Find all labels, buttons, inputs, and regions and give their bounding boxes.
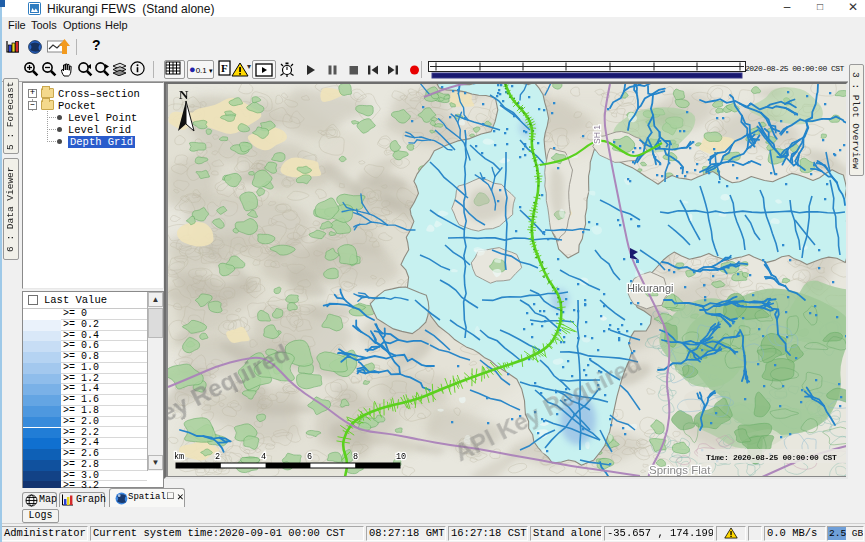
svg-text:N: N bbox=[179, 87, 189, 102]
svg-text:4: 4 bbox=[261, 452, 266, 462]
svg-text:Time: 2020-08-25 00:00:00 CST: Time: 2020-08-25 00:00:00 CST bbox=[706, 453, 837, 462]
svg-text:6: 6 bbox=[307, 452, 312, 462]
svg-text:2: 2 bbox=[215, 452, 220, 462]
svg-text:F: F bbox=[221, 62, 228, 74]
svg-text:Hikurangi: Hikurangi bbox=[627, 282, 673, 294]
svg-text:km: km bbox=[174, 452, 184, 462]
svg-text:Springs Flat: Springs Flat bbox=[649, 464, 711, 476]
svg-text:8: 8 bbox=[353, 452, 358, 462]
svg-text:SH 1: SH 1 bbox=[592, 125, 602, 144]
svg-text:10: 10 bbox=[396, 452, 406, 462]
